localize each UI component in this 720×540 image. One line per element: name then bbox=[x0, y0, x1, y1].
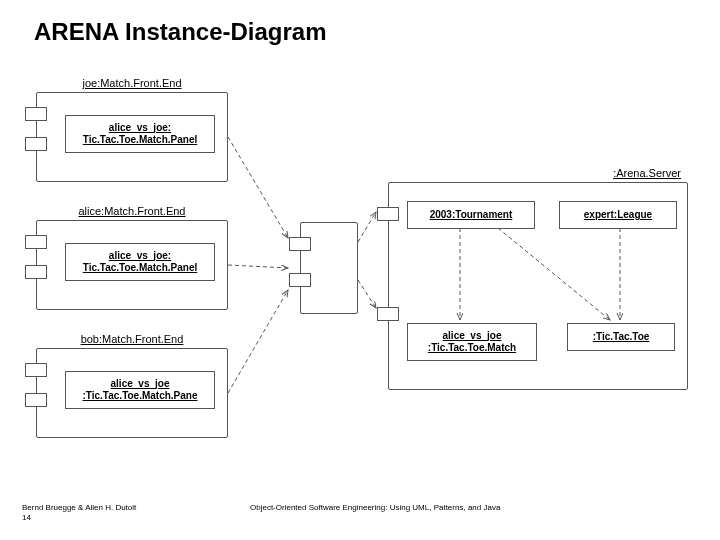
component-header: alice:Match.Front.End bbox=[79, 205, 186, 217]
instance-label-line2: :Tic.Tac.Toe.Match.Pane bbox=[70, 390, 210, 403]
component-header: :Arena.Server bbox=[613, 167, 681, 179]
component-tab-icon bbox=[377, 207, 399, 221]
component-alice-frontend: alice:Match.Front.End alice_vs_joe: Tic.… bbox=[36, 220, 228, 310]
instance-match-panel: alice_vs_joe: Tic.Tac.Toe.Match.Panel bbox=[65, 115, 215, 153]
instance-game: :Tic.Tac.Toe bbox=[567, 323, 675, 351]
svg-line-3 bbox=[358, 212, 376, 242]
instance-label-line1: alice_vs_joe bbox=[70, 378, 210, 391]
component-tab-icon bbox=[25, 393, 47, 407]
component-tab-icon bbox=[25, 265, 47, 279]
svg-line-0 bbox=[228, 137, 288, 238]
component-tab-icon bbox=[25, 107, 47, 121]
instance-label-line1: alice_vs_joe: bbox=[70, 122, 210, 135]
instance-label: :Tic.Tac.Toe bbox=[572, 331, 670, 344]
instance-label-line2: :Tic.Tac.Toe.Match bbox=[412, 342, 532, 355]
component-tab-icon bbox=[289, 237, 311, 251]
instance-label-line1: alice_vs_joe bbox=[412, 330, 532, 343]
component-arena-server: :Arena.Server 2003:Tournament expert:Lea… bbox=[388, 182, 688, 390]
instance-label-line2: Tic.Tac.Toe.Match.Panel bbox=[70, 262, 210, 275]
instance-league: expert:League bbox=[559, 201, 677, 229]
component-tab-icon bbox=[25, 137, 47, 151]
component-bob-frontend: bob:Match.Front.End alice_vs_joe :Tic.Ta… bbox=[36, 348, 228, 438]
instance-label: 2003:Tournament bbox=[412, 209, 530, 222]
component-tab-icon bbox=[289, 273, 311, 287]
component-joe-frontend: joe:Match.Front.End alice_vs_joe: Tic.Ta… bbox=[36, 92, 228, 182]
footer-page-number: 14 bbox=[22, 513, 31, 522]
instance-diagram: joe:Match.Front.End alice_vs_joe: Tic.Ta… bbox=[20, 70, 700, 460]
instance-match-panel: alice_vs_joe: Tic.Tac.Toe.Match.Panel bbox=[65, 243, 215, 281]
svg-line-1 bbox=[228, 265, 288, 268]
page-title: ARENA Instance-Diagram bbox=[34, 18, 327, 46]
component-connector bbox=[300, 222, 358, 314]
instance-label-line1: alice_vs_joe: bbox=[70, 250, 210, 263]
instance-label: expert:League bbox=[564, 209, 672, 222]
component-header: bob:Match.Front.End bbox=[81, 333, 184, 345]
svg-line-2 bbox=[228, 290, 288, 393]
svg-line-4 bbox=[358, 280, 376, 308]
footer-book-title: Object-Oriented Software Engineering: Us… bbox=[250, 503, 500, 512]
component-header: joe:Match.Front.End bbox=[82, 77, 181, 89]
component-tab-icon bbox=[25, 235, 47, 249]
instance-tournament: 2003:Tournament bbox=[407, 201, 535, 229]
instance-match: alice_vs_joe :Tic.Tac.Toe.Match bbox=[407, 323, 537, 361]
instance-match-panel: alice_vs_joe :Tic.Tac.Toe.Match.Pane bbox=[65, 371, 215, 409]
component-tab-icon bbox=[25, 363, 47, 377]
instance-label-line2: Tic.Tac.Toe.Match.Panel bbox=[70, 134, 210, 147]
footer-authors: Bernd Bruegge & Allen H. Dutoit bbox=[22, 503, 136, 512]
component-tab-icon bbox=[377, 307, 399, 321]
